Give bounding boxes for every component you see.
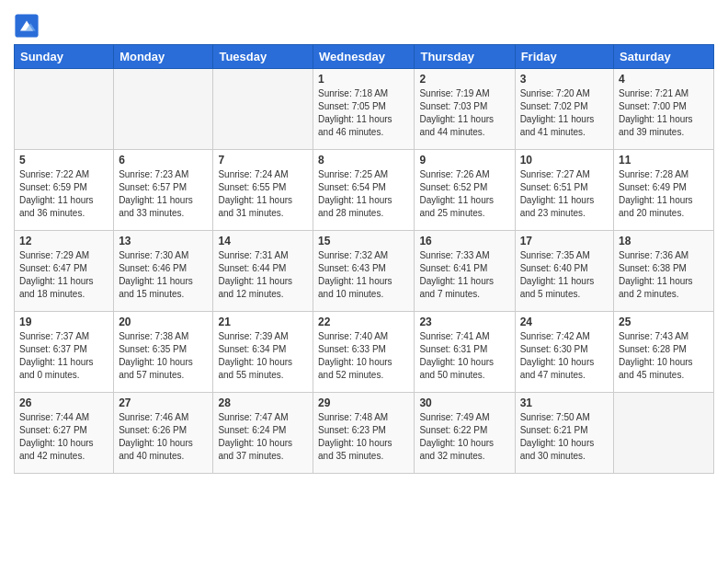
cell-date: 16 [419,235,509,247]
cell-date: 19 [19,316,108,328]
calendar-cell: 12Sunrise: 7:29 AM Sunset: 6:47 PM Dayli… [15,231,114,312]
cell-date: 21 [218,316,308,328]
logo [14,13,43,39]
cell-info: Sunrise: 7:46 AM Sunset: 6:26 PM Dayligh… [119,411,208,463]
day-header-thursday: Thursday [415,45,515,69]
cell-date: 9 [419,154,509,167]
calendar-cell: 28Sunrise: 7:47 AM Sunset: 6:24 PM Dayli… [213,393,313,474]
calendar-cell: 8Sunrise: 7:25 AM Sunset: 6:54 PM Daylig… [313,150,415,231]
cell-info: Sunrise: 7:20 AM Sunset: 7:02 PM Dayligh… [520,87,609,139]
calendar-cell: 29Sunrise: 7:48 AM Sunset: 6:23 PM Dayli… [313,393,415,474]
cell-info: Sunrise: 7:42 AM Sunset: 6:30 PM Dayligh… [520,330,609,382]
calendar-cell: 16Sunrise: 7:33 AM Sunset: 6:41 PM Dayli… [415,231,515,312]
calendar-cell: 6Sunrise: 7:23 AM Sunset: 6:57 PM Daylig… [114,150,213,231]
calendar-cell: 1Sunrise: 7:18 AM Sunset: 7:05 PM Daylig… [313,69,415,150]
cell-date: 5 [19,154,108,167]
week-row-1: 1Sunrise: 7:18 AM Sunset: 7:05 PM Daylig… [15,69,714,150]
calendar-table: SundayMondayTuesdayWednesdayThursdayFrid… [14,44,714,474]
calendar-cell: 13Sunrise: 7:30 AM Sunset: 6:46 PM Dayli… [114,231,213,312]
calendar-cell: 9Sunrise: 7:26 AM Sunset: 6:52 PM Daylig… [415,150,515,231]
cell-date: 23 [419,316,509,328]
cell-date: 13 [119,235,208,247]
cell-info: Sunrise: 7:47 AM Sunset: 6:24 PM Dayligh… [218,411,308,463]
page-header [14,9,714,39]
cell-info: Sunrise: 7:40 AM Sunset: 6:33 PM Dayligh… [318,330,409,382]
calendar-cell: 26Sunrise: 7:44 AM Sunset: 6:27 PM Dayli… [15,393,114,474]
logo-icon [14,13,40,39]
cell-date: 20 [119,316,208,328]
cell-date: 6 [119,154,208,167]
calendar-cell: 14Sunrise: 7:31 AM Sunset: 6:44 PM Dayli… [213,231,313,312]
cell-date: 3 [520,73,609,86]
cell-info: Sunrise: 7:37 AM Sunset: 6:37 PM Dayligh… [19,330,108,382]
cell-date: 11 [619,154,709,167]
day-header-friday: Friday [515,45,613,69]
day-header-saturday: Saturday [614,45,714,69]
calendar-cell: 22Sunrise: 7:40 AM Sunset: 6:33 PM Dayli… [313,312,415,393]
cell-info: Sunrise: 7:35 AM Sunset: 6:40 PM Dayligh… [520,249,609,301]
cell-date: 24 [520,316,609,328]
calendar-cell: 10Sunrise: 7:27 AM Sunset: 6:51 PM Dayli… [515,150,613,231]
week-row-5: 26Sunrise: 7:44 AM Sunset: 6:27 PM Dayli… [15,393,714,474]
cell-date: 17 [520,235,609,247]
calendar-cell: 2Sunrise: 7:19 AM Sunset: 7:03 PM Daylig… [415,69,515,150]
calendar-cell [614,393,714,474]
week-row-4: 19Sunrise: 7:37 AM Sunset: 6:37 PM Dayli… [15,312,714,393]
cell-date: 4 [619,73,709,86]
calendar-cell: 15Sunrise: 7:32 AM Sunset: 6:43 PM Dayli… [313,231,415,312]
calendar-cell: 25Sunrise: 7:43 AM Sunset: 6:28 PM Dayli… [614,312,714,393]
cell-date: 18 [619,235,709,247]
cell-date: 10 [520,154,609,167]
cell-date: 26 [19,396,108,409]
cell-info: Sunrise: 7:27 AM Sunset: 6:51 PM Dayligh… [520,168,609,220]
cell-info: Sunrise: 7:41 AM Sunset: 6:31 PM Dayligh… [419,330,509,382]
cell-date: 7 [218,154,308,167]
cell-info: Sunrise: 7:19 AM Sunset: 7:03 PM Dayligh… [419,87,509,139]
cell-date: 8 [318,154,409,167]
cell-date: 30 [419,396,509,409]
cell-info: Sunrise: 7:26 AM Sunset: 6:52 PM Dayligh… [419,168,509,220]
calendar-cell: 27Sunrise: 7:46 AM Sunset: 6:26 PM Dayli… [114,393,213,474]
cell-info: Sunrise: 7:23 AM Sunset: 6:57 PM Dayligh… [119,168,208,220]
calendar-cell: 19Sunrise: 7:37 AM Sunset: 6:37 PM Dayli… [15,312,114,393]
cell-info: Sunrise: 7:33 AM Sunset: 6:41 PM Dayligh… [419,249,509,301]
calendar-cell [114,69,213,150]
cell-info: Sunrise: 7:25 AM Sunset: 6:54 PM Dayligh… [318,168,409,220]
cell-date: 22 [318,316,409,328]
day-header-monday: Monday [114,45,213,69]
cell-date: 15 [318,235,409,247]
calendar-cell: 30Sunrise: 7:49 AM Sunset: 6:22 PM Dayli… [415,393,515,474]
cell-info: Sunrise: 7:28 AM Sunset: 6:49 PM Dayligh… [619,168,709,220]
calendar-cell [213,69,313,150]
cell-info: Sunrise: 7:24 AM Sunset: 6:55 PM Dayligh… [218,168,308,220]
week-row-3: 12Sunrise: 7:29 AM Sunset: 6:47 PM Dayli… [15,231,714,312]
header-row: SundayMondayTuesdayWednesdayThursdayFrid… [15,45,714,69]
cell-date: 12 [19,235,108,247]
cell-date: 28 [218,396,308,409]
cell-date: 2 [419,73,509,86]
cell-info: Sunrise: 7:44 AM Sunset: 6:27 PM Dayligh… [19,411,108,463]
calendar-cell: 3Sunrise: 7:20 AM Sunset: 7:02 PM Daylig… [515,69,613,150]
cell-info: Sunrise: 7:36 AM Sunset: 6:38 PM Dayligh… [619,249,709,301]
calendar-cell [15,69,114,150]
cell-info: Sunrise: 7:22 AM Sunset: 6:59 PM Dayligh… [19,168,108,220]
cell-date: 1 [318,73,409,86]
calendar-cell: 23Sunrise: 7:41 AM Sunset: 6:31 PM Dayli… [415,312,515,393]
cell-info: Sunrise: 7:32 AM Sunset: 6:43 PM Dayligh… [318,249,409,301]
cell-date: 25 [619,316,709,328]
week-row-2: 5Sunrise: 7:22 AM Sunset: 6:59 PM Daylig… [15,150,714,231]
day-header-sunday: Sunday [15,45,114,69]
cell-info: Sunrise: 7:21 AM Sunset: 7:00 PM Dayligh… [619,87,709,139]
cell-date: 14 [218,235,308,247]
calendar-cell: 31Sunrise: 7:50 AM Sunset: 6:21 PM Dayli… [515,393,613,474]
cell-info: Sunrise: 7:30 AM Sunset: 6:46 PM Dayligh… [119,249,208,301]
calendar-cell: 20Sunrise: 7:38 AM Sunset: 6:35 PM Dayli… [114,312,213,393]
cell-date: 27 [119,396,208,409]
cell-info: Sunrise: 7:50 AM Sunset: 6:21 PM Dayligh… [520,411,609,463]
calendar-cell: 5Sunrise: 7:22 AM Sunset: 6:59 PM Daylig… [15,150,114,231]
calendar-cell: 18Sunrise: 7:36 AM Sunset: 6:38 PM Dayli… [614,231,714,312]
cell-info: Sunrise: 7:39 AM Sunset: 6:34 PM Dayligh… [218,330,308,382]
cell-info: Sunrise: 7:29 AM Sunset: 6:47 PM Dayligh… [19,249,108,301]
calendar-cell: 7Sunrise: 7:24 AM Sunset: 6:55 PM Daylig… [213,150,313,231]
cell-info: Sunrise: 7:38 AM Sunset: 6:35 PM Dayligh… [119,330,208,382]
